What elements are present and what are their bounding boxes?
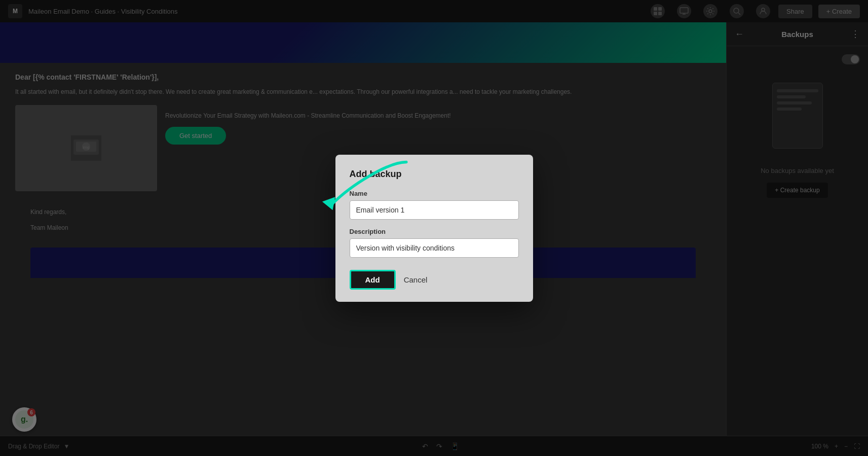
modal-title: Add backup [350,169,519,180]
add-backup-modal: Add backup Name Description Add Cancel [335,155,533,302]
cancel-button[interactable]: Cancel [404,275,428,284]
modal-actions: Add Cancel [350,270,519,290]
name-label: Name [350,190,519,197]
add-button[interactable]: Add [350,270,396,290]
name-input[interactable] [350,200,519,220]
description-label: Description [350,228,519,235]
modal-overlay: Add backup Name Description Add Cancel [0,0,868,456]
description-input[interactable] [350,238,519,258]
